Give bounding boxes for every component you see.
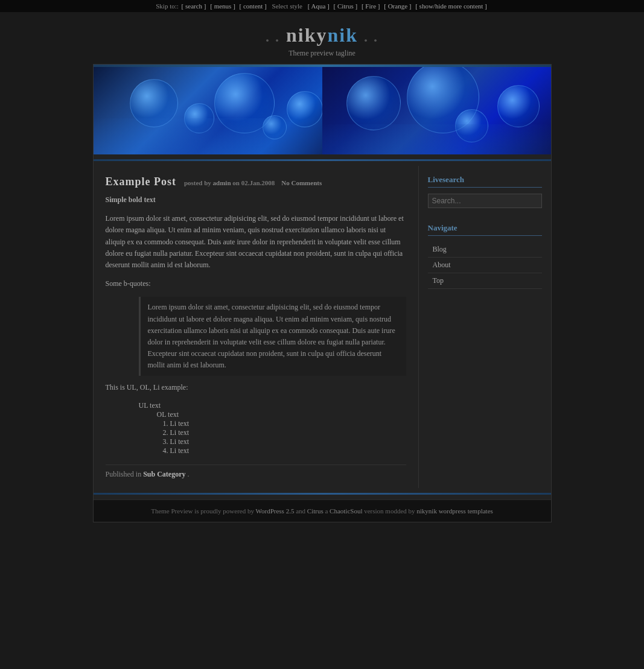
footer-text4: version modded by	[364, 507, 415, 515]
li-text-3: Li text	[170, 437, 190, 446]
li-item-3: 3. Li text	[163, 437, 406, 446]
footer: Theme Preview is proudly powered by Word…	[94, 499, 551, 522]
ol-text: OL text	[157, 410, 179, 419]
li-item-4: 4. Li text	[163, 446, 406, 455]
ol-item-label: OL text 1. Li text 2. Li text 3. Li text…	[157, 410, 406, 455]
footer-text1: Theme Preview is proudly powered by	[151, 507, 254, 515]
skip-label: Skip to::	[156, 2, 179, 10]
image-right	[322, 67, 551, 154]
footer-category[interactable]: Sub Category	[143, 470, 185, 478]
title-dots-right: . .	[364, 29, 378, 45]
sidebar: Livesearch Navigate Blog About Top	[418, 166, 551, 488]
image-strip	[94, 67, 551, 154]
nav-blog[interactable]: Blog	[428, 242, 542, 258]
style-orange[interactable]: [ Orange ]	[384, 2, 411, 10]
image-left	[94, 67, 322, 154]
bottom-divider	[94, 493, 551, 495]
li-item-2: 2. Li text	[163, 428, 406, 437]
bubble-9	[497, 85, 540, 127]
ul-list: UL text OL text 1. Li text 2. Li text 3.…	[139, 401, 406, 455]
skip-search[interactable]: [ search ]	[182, 2, 206, 10]
list-section: UL text OL text 1. Li text 2. Li text 3.…	[139, 401, 406, 455]
footer-text3: a	[325, 507, 328, 515]
post-title: Example Post	[106, 176, 177, 188]
post-title-container: Example Post posted by admin on 02.Jan.2…	[106, 175, 406, 188]
li-num-2: 2.	[163, 428, 170, 437]
footer-suffix: .	[188, 470, 190, 478]
post-meta-prefix: posted by	[184, 179, 211, 186]
site-tagline: Theme preview tagline	[0, 49, 644, 58]
li-item-1: 1. Li text	[163, 419, 406, 428]
search-input[interactable]	[428, 194, 542, 208]
post-meta: posted by admin on 02.Jan.2008 No Commen…	[184, 179, 322, 186]
navigate-section: Navigate Blog About Top	[428, 223, 542, 289]
nav-top[interactable]: Top	[428, 273, 542, 289]
top-divider	[94, 159, 551, 161]
style-show-hide[interactable]: [ show/hide more content ]	[415, 2, 487, 10]
list-label: This is UL, OL, Li example:	[106, 382, 406, 393]
ul-text: UL text	[139, 401, 161, 410]
post-comments[interactable]: No Comments	[281, 179, 322, 186]
main-content: Example Post posted by admin on 02.Jan.2…	[94, 166, 418, 488]
footer-wordpress-link[interactable]: WordPress 2.5	[256, 507, 295, 515]
post-blockquote: Lorem ipsum dolor sit amet, consectetur …	[139, 297, 406, 376]
skip-bar: Skip to:: [ search ] [ menus ] [ content…	[0, 0, 644, 12]
post-author[interactable]: admin	[213, 179, 231, 186]
li-text-2: Li text	[170, 428, 190, 437]
ol-wrapper: OL text 1. Li text 2. Li text 3. Li text…	[157, 410, 406, 455]
li-text-1: Li text	[170, 419, 190, 428]
style-citrus[interactable]: [ Citrus ]	[333, 2, 357, 10]
style-aqua[interactable]: [ Aqua ]	[308, 2, 330, 10]
post-body: Simple bold text Lorem ipsum dolor sit a…	[106, 194, 406, 455]
title-niky: niky	[286, 24, 327, 46]
bubble-6	[346, 76, 401, 130]
li-list: 1. Li text 2. Li text 3. Li text 4. Li t…	[163, 419, 406, 455]
livesearch-title: Livesearch	[428, 175, 542, 188]
blockquote-label: Some b-quotes:	[106, 278, 406, 290]
title-dots-left: . .	[266, 29, 280, 45]
footer-text2: and	[296, 507, 305, 515]
title-nik: nik	[328, 24, 358, 46]
site-title: . . nikynik . .	[0, 24, 644, 46]
skip-menus[interactable]: [ menus ]	[210, 2, 235, 10]
post-date-prefix: on	[232, 179, 240, 186]
footer-citrus-link[interactable]: Citrus	[307, 507, 324, 515]
water-reflection	[94, 118, 322, 154]
main-wrapper: Example Post posted by admin on 02.Jan.2…	[93, 64, 552, 522]
navigate-title: Navigate	[428, 223, 542, 236]
footer-prefix: Published in	[106, 470, 142, 478]
post-date: 02.Jan.2008	[241, 179, 275, 186]
post-article: Example Post posted by admin on 02.Jan.2…	[106, 175, 406, 479]
li-num-4: 4.	[163, 446, 170, 455]
li-num-1: 1.	[163, 419, 170, 428]
content-area: Example Post posted by admin on 02.Jan.2…	[94, 166, 551, 488]
select-style-label: Select style	[272, 2, 302, 10]
skip-content[interactable]: [ content ]	[240, 2, 267, 10]
footer-nikynik-link[interactable]: nikynik wordpress templates	[416, 507, 493, 515]
li-num-3: 3.	[163, 437, 170, 446]
li-text-4: Li text	[170, 446, 190, 455]
post-footer: Published in Sub Category .	[106, 464, 406, 479]
ul-item: UL text OL text 1. Li text 2. Li text 3.…	[139, 401, 406, 455]
water-reflection-2	[322, 124, 551, 154]
style-fire[interactable]: [ Fire ]	[362, 2, 380, 10]
nav-about[interactable]: About	[428, 258, 542, 273]
post-bold-heading: Simple bold text	[106, 194, 406, 206]
blockquote-text: Lorem ipsum dolor sit amet, consectetur …	[148, 303, 395, 369]
site-header: . . nikynik . . Theme preview tagline	[0, 12, 644, 64]
post-paragraph: Lorem ipsum dolor sit amet, consectetur …	[106, 213, 406, 271]
footer-chaoticsoul-link[interactable]: ChaoticSoul	[330, 507, 362, 515]
